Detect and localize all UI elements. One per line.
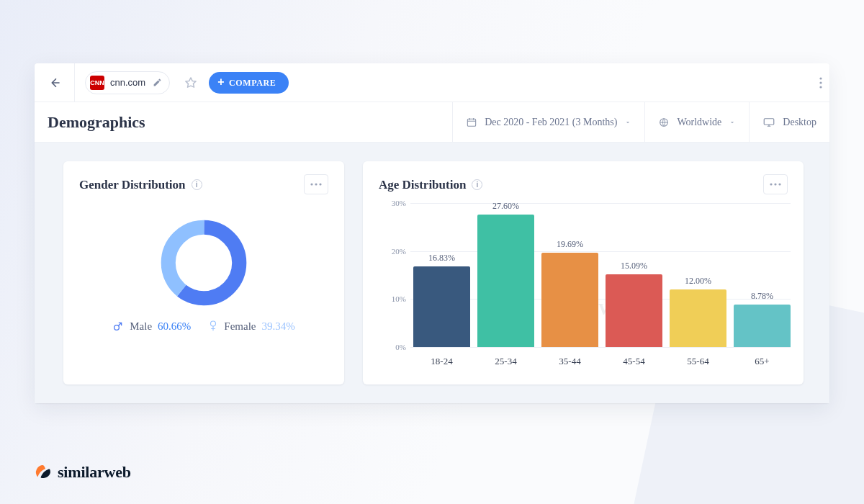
- svg-rect-3: [467, 119, 475, 126]
- female-icon: [208, 320, 218, 333]
- x-tick: 65+: [734, 356, 791, 366]
- age-card-title: Age Distribution: [379, 179, 466, 191]
- legend-female-value: 39.34%: [261, 321, 294, 332]
- header: Demographics Dec 2020 - Feb 2021 (3 Mont…: [35, 102, 829, 143]
- bar-value-label: 8.78%: [751, 292, 773, 300]
- age-bar-chart: SimilarWeb 0%10%20%30%16.83%27.60%19.69%…: [384, 203, 791, 370]
- x-tick: 35-44: [541, 356, 598, 366]
- svg-rect-5: [765, 118, 775, 124]
- filter-region[interactable]: Worldwide: [644, 102, 749, 143]
- bar-value-label: 12.00%: [685, 276, 711, 285]
- pencil-icon: [153, 78, 162, 87]
- card-menu-button[interactable]: [304, 174, 328, 194]
- legend-male: Male 60.66%: [112, 320, 191, 333]
- bar: [477, 215, 534, 347]
- chevron-down-icon: [624, 119, 631, 126]
- brand-mark-icon: [35, 464, 52, 481]
- bar-value-label: 27.60%: [492, 202, 519, 210]
- legend-male-label: Male: [130, 321, 152, 332]
- svg-point-14: [774, 183, 776, 185]
- card-gender: Gender Distribution i Male 60.66% Female: [63, 161, 344, 384]
- gender-legend: Male 60.66% Female 39.34%: [79, 320, 328, 333]
- body: Gender Distribution i Male 60.66% Female: [35, 143, 829, 403]
- brand-logo: similarweb: [35, 464, 131, 481]
- bar: [734, 305, 791, 347]
- topbar: CNN cnn.com + COMPARE: [35, 63, 829, 102]
- dots-vertical-icon: [819, 77, 822, 89]
- filter-device[interactable]: Desktop: [749, 102, 829, 143]
- gender-donut-chart: [79, 194, 328, 320]
- svg-point-1: [819, 81, 822, 84]
- male-icon: [112, 320, 124, 332]
- dots-horizontal-icon: [310, 183, 322, 186]
- x-tick: 45-54: [606, 356, 662, 366]
- gender-card-title: Gender Distribution: [79, 179, 186, 191]
- filter-region-label: Worldwide: [677, 117, 721, 127]
- svg-point-0: [819, 77, 822, 79]
- filter-date-range[interactable]: Dec 2020 - Feb 2021 (3 Months): [452, 102, 644, 143]
- svg-point-8: [319, 183, 321, 185]
- globe-icon: [658, 117, 670, 128]
- x-tick: 25-34: [477, 356, 534, 366]
- x-tick: 55-64: [670, 356, 726, 366]
- legend-female-label: Female: [224, 321, 256, 332]
- svg-point-7: [315, 183, 317, 185]
- legend-male-value: 60.66%: [158, 321, 191, 332]
- compare-label: COMPARE: [229, 72, 276, 94]
- bar-35-44: 19.69%: [541, 240, 598, 347]
- x-tick: 18-24: [413, 356, 470, 366]
- filter-date-label: Dec 2020 - Feb 2021 (3 Months): [485, 117, 617, 127]
- info-icon[interactable]: i: [192, 179, 202, 190]
- site-chip[interactable]: CNN cnn.com: [75, 63, 174, 102]
- svg-point-2: [819, 86, 822, 88]
- y-tick: 30%: [384, 199, 406, 207]
- bar-25-34: 27.60%: [477, 202, 534, 347]
- bar-18-24: 16.83%: [413, 253, 470, 347]
- bar: [541, 253, 598, 347]
- y-tick: 10%: [384, 295, 406, 303]
- favorite-button[interactable]: [180, 72, 202, 94]
- page-title: Demographics: [35, 114, 145, 130]
- legend-female: Female 39.34%: [208, 320, 294, 333]
- card-age: Age Distribution i SimilarWeb 0%10%20%30…: [363, 161, 804, 384]
- svg-point-13: [770, 183, 772, 185]
- star-icon: [184, 76, 198, 90]
- desktop-icon: [762, 117, 775, 128]
- dots-horizontal-icon: [770, 183, 781, 186]
- bar: [670, 289, 726, 347]
- chevron-down-icon: [729, 119, 736, 126]
- filter-device-label: Desktop: [783, 117, 816, 127]
- bar-65+: 8.78%: [734, 292, 791, 347]
- bar: [413, 266, 470, 347]
- svg-point-12: [211, 321, 216, 326]
- bar: [606, 274, 662, 347]
- compare-button[interactable]: + COMPARE: [209, 72, 289, 94]
- calendar-icon: [466, 117, 477, 128]
- bar-value-label: 19.69%: [557, 240, 583, 248]
- topbar-overflow[interactable]: [812, 63, 829, 102]
- svg-point-15: [778, 183, 780, 185]
- y-tick: 0%: [384, 343, 406, 351]
- bar-value-label: 15.09%: [621, 261, 647, 270]
- site-name: cnn.com: [110, 78, 145, 87]
- bar-45-54: 15.09%: [606, 261, 662, 347]
- brand-name: similarweb: [58, 464, 131, 480]
- svg-point-6: [310, 183, 312, 185]
- app-window: CNN cnn.com + COMPARE Demographics Dec 2…: [35, 63, 829, 403]
- card-menu-button[interactable]: [763, 174, 788, 194]
- site-favicon: CNN: [90, 76, 104, 90]
- back-button[interactable]: [35, 63, 75, 102]
- y-tick: 20%: [384, 247, 406, 255]
- bar-55-64: 12.00%: [670, 276, 726, 347]
- info-icon[interactable]: i: [472, 179, 482, 190]
- plus-icon: +: [217, 76, 225, 88]
- bar-value-label: 16.83%: [428, 253, 455, 262]
- arrow-left-icon: [48, 76, 61, 89]
